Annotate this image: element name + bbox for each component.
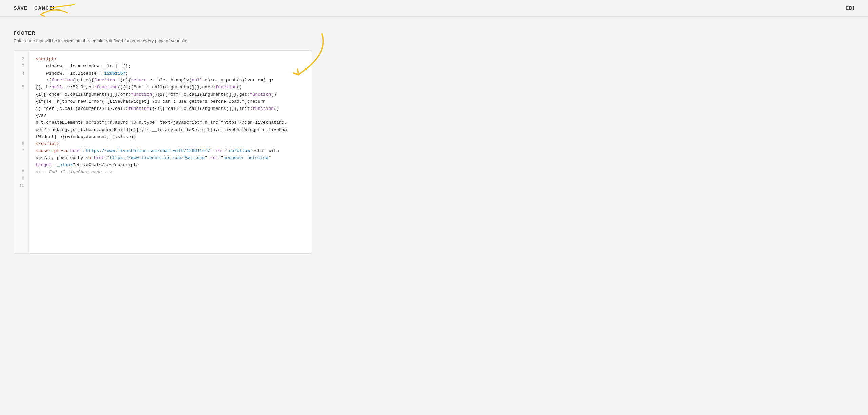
cancel-button[interactable]: CANCEL (34, 5, 56, 11)
line-numbers: 2 3 4 5 6 7 8 9 10 (14, 51, 29, 253)
code-content[interactable]: <script> window.__lc = window.__lc || {}… (29, 51, 312, 253)
toolbar: SAVE CANCEL EDI (0, 0, 868, 17)
section-description: Enter code that will be injected into th… (14, 38, 312, 43)
edit-button[interactable]: EDI (846, 5, 854, 11)
code-editor[interactable]: 2 3 4 5 6 7 8 9 10 <scr (14, 50, 312, 254)
content-area: FOOTER Enter code that will be injected … (0, 17, 326, 267)
save-button[interactable]: SAVE (14, 5, 27, 11)
section-title: FOOTER (14, 30, 312, 36)
